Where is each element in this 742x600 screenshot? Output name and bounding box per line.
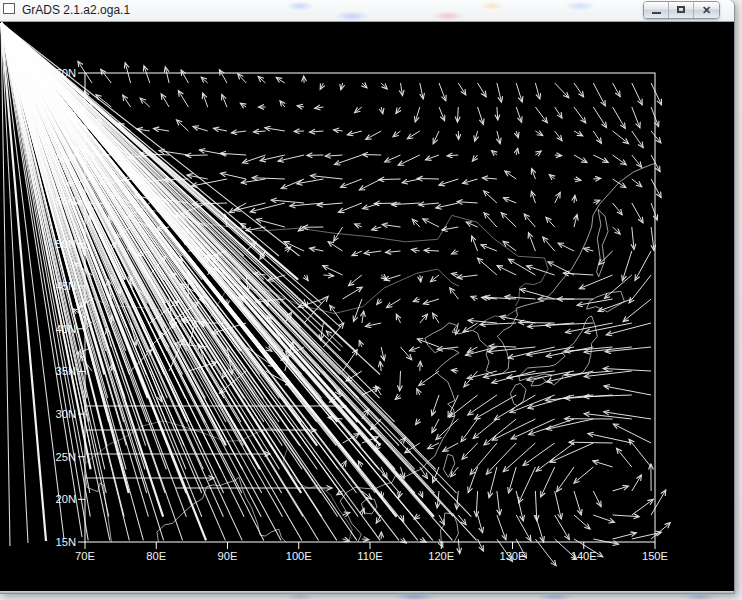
close-icon: ✕ (694, 3, 719, 17)
window-title: GrADS 2.1.a2.oga.1 (22, 3, 130, 17)
wind-vector-plot: 70E80E90E100E110E120E130E140E150E15N20N2… (0, 22, 734, 591)
window-bottom-frame (0, 591, 734, 593)
application-icon (3, 3, 15, 14)
maximize-button[interactable] (669, 2, 694, 18)
titlebar[interactable]: GrADS 2.1.a2.oga.1 ✕ (0, 0, 734, 22)
svg-text:120E: 120E (428, 550, 454, 562)
graphics-canvas[interactable]: 70E80E90E100E110E120E130E140E150E15N20N2… (0, 22, 734, 591)
minimize-button[interactable] (644, 2, 669, 18)
maximize-icon (677, 6, 685, 13)
svg-text:140E: 140E (571, 550, 597, 562)
svg-text:130E: 130E (499, 550, 525, 562)
desktop-background: GrADS 2.1.a2.oga.1 ✕ 70E80E90E100E110E12… (0, 0, 742, 600)
svg-text:15N: 15N (55, 536, 76, 548)
svg-text:100E: 100E (286, 550, 312, 562)
svg-text:90E: 90E (218, 550, 238, 562)
close-button[interactable]: ✕ (694, 2, 719, 18)
svg-text:110E: 110E (357, 550, 382, 562)
minimize-icon (652, 12, 661, 14)
grads-window: GrADS 2.1.a2.oga.1 ✕ 70E80E90E100E110E12… (0, 0, 735, 594)
svg-text:80E: 80E (146, 550, 166, 562)
svg-text:150E: 150E (642, 550, 668, 562)
window-controls: ✕ (643, 1, 720, 19)
svg-text:70E: 70E (75, 550, 95, 562)
